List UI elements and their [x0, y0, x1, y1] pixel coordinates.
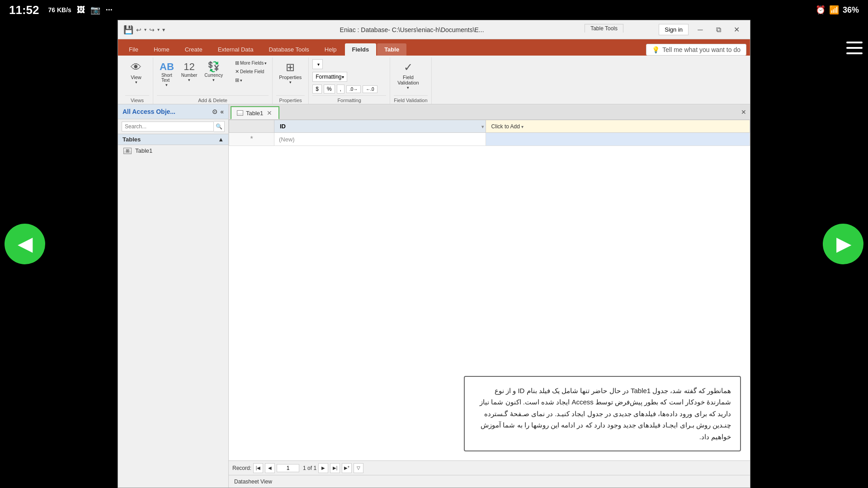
view-button[interactable]: 👁 View ▾ — [125, 59, 147, 86]
tab-help[interactable]: Help — [317, 43, 344, 56]
table-tools-container: Table Tools — [585, 24, 623, 32]
info-popup-text: همانطور که گفته شد، جدول Table1 در حال ح… — [474, 385, 731, 443]
comma-button[interactable]: , — [337, 84, 344, 94]
minimize-button[interactable]: ─ — [692, 23, 708, 36]
number-dropdown: ▾ — [188, 78, 190, 82]
more-fields-button[interactable]: ⊞ More Fields ▾ — [233, 59, 269, 67]
nav-pane-controls: ⊙ « — [212, 108, 224, 115]
phone-status-bar: 11:52 76 KB/s 🖼 📷 ··· ⏰ 📶 36% — [0, 0, 868, 20]
currency-dropdown: ▾ — [212, 78, 215, 82]
column-settings-button[interactable]: ⊞ ▾ — [233, 76, 269, 84]
id-col-arrow: ▾ — [481, 124, 484, 129]
add-delete-group-label: Add & Delete — [157, 95, 269, 104]
formatting-arrow: ▾ — [342, 75, 344, 80]
field-val-group-label: Field Validation — [394, 95, 427, 104]
currency-button[interactable]: 💱 Currency ▾ — [202, 59, 226, 84]
record-label: Record: — [232, 465, 251, 471]
dollar-button[interactable]: $ — [312, 84, 322, 94]
short-text-dropdown: ▾ — [165, 83, 168, 87]
title-bar: 💾 ↩ ▾ ↪ ▾ ▾ Eniac : Database- C:\Users\e… — [118, 20, 750, 39]
field-validation-button[interactable]: ✓ FieldValidation ▾ — [394, 59, 423, 92]
redo-dropdown-icon[interactable]: ▾ — [157, 27, 160, 32]
currency-label: Currency — [204, 73, 223, 78]
record-current-input[interactable] — [277, 464, 299, 472]
dec-decrease-button[interactable]: ←.0 — [363, 85, 377, 93]
format-buttons: $ % , .0→ ←.0 — [312, 84, 377, 94]
restore-button[interactable]: ⧉ — [710, 23, 726, 36]
record-prev-button[interactable]: ◀ — [265, 463, 275, 473]
more-icon: ··· — [106, 5, 113, 15]
record-next-button[interactable]: ▶ — [318, 463, 328, 473]
gallery-icon: 🖼 — [77, 5, 85, 15]
tables-section-header[interactable]: Tables ▲ — [118, 134, 228, 145]
percent-button[interactable]: % — [324, 84, 335, 94]
doc-area-close[interactable]: ✕ — [737, 106, 750, 118]
main-content: All Access Obje... ⊙ « 🔍 Tables ▲ ⊞ Tabl… — [118, 104, 750, 488]
tab-external-data[interactable]: External Data — [211, 43, 261, 56]
close-button[interactable]: ✕ — [728, 23, 745, 36]
properties-button[interactable]: ⊞ Properties ▾ — [276, 59, 304, 86]
dec-increase-button[interactable]: .0→ — [346, 85, 361, 93]
new-row-id-cell[interactable]: (New) — [274, 133, 486, 146]
redo-icon[interactable]: ↪ — [149, 26, 155, 33]
tell-me-input[interactable]: 💡 Tell me what you want to do — [646, 44, 746, 56]
ribbon-group-views: 👁 View ▾ Views — [122, 57, 153, 104]
sign-in-button[interactable]: Sign in — [659, 24, 689, 35]
record-filter-button[interactable]: ▽ — [354, 463, 363, 473]
formatting-dropdown[interactable]: Formatting ▾ — [312, 72, 347, 82]
new-row-add-cell[interactable] — [486, 133, 750, 146]
nav-pane-header[interactable]: All Access Obje... ⊙ « — [118, 104, 228, 119]
ribbon-group-properties: ⊞ Properties ▾ Properties — [273, 57, 309, 104]
view-dropdown-icon: ▾ — [135, 80, 137, 84]
hamburger-menu[interactable] — [841, 36, 868, 60]
click-to-add-header[interactable]: Click to Add ▾ — [486, 120, 750, 133]
speed-icon: 76 KB/s — [48, 6, 71, 14]
back-arrow-button[interactable]: ◀ — [5, 224, 45, 264]
alarm-icon: ⏰ — [816, 5, 826, 15]
search-button[interactable]: 🔍 — [214, 121, 225, 132]
ribbon-tabs: File Home Create External Data Database … — [118, 39, 750, 56]
tab-fields[interactable]: Fields — [345, 43, 377, 56]
record-first-button[interactable]: |◀ — [253, 463, 263, 473]
tab-table[interactable]: Table — [377, 43, 406, 56]
table1-tab-close[interactable]: ✕ — [266, 109, 273, 117]
tab-database-tools[interactable]: Database Tools — [261, 43, 316, 56]
views-group-label: Views — [125, 95, 149, 104]
currency-icon: 💱 — [208, 61, 220, 73]
table1-nav-icon: ⊞ — [123, 148, 132, 154]
id-column-header[interactable]: ID ▾ — [274, 120, 486, 133]
table-area: Table1 ✕ ✕ ID ▾ — [229, 104, 750, 488]
properties-group-label: Properties — [276, 95, 305, 104]
data-type-dropdown[interactable]: ▾ — [312, 59, 322, 69]
field-validation-label: FieldValidation — [397, 75, 419, 85]
formatting-label: Formatting — [316, 74, 341, 80]
tab-home[interactable]: Home — [146, 43, 177, 56]
tab-create[interactable]: Create — [178, 43, 210, 56]
view-label: View — [131, 75, 142, 80]
hamburger-line-2 — [846, 47, 863, 49]
quick-access-toolbar: 💾 ↩ ▾ ↪ ▾ ▾ — [123, 25, 165, 35]
table1-nav-item[interactable]: ⊞ Table1 — [118, 145, 228, 156]
number-button[interactable]: 12 Number ▾ — [179, 59, 200, 84]
delete-field-button[interactable]: ✕ Delete Field — [233, 68, 269, 75]
tell-me-label: Tell me what you want to do — [662, 46, 741, 53]
nav-expand-icon[interactable]: ⊙ — [212, 108, 217, 115]
more-fields-icon: ⊞ — [235, 60, 239, 66]
ab-text-button[interactable]: AB ShortText ▾ — [157, 59, 177, 89]
forward-arrow-button[interactable]: ▶ — [823, 224, 863, 264]
undo-icon[interactable]: ↩ — [136, 26, 142, 33]
views-group-content: 👁 View ▾ — [125, 57, 149, 94]
status-icons: 76 KB/s 🖼 📷 ··· — [48, 5, 113, 15]
record-new-button[interactable]: ▶* — [342, 463, 352, 473]
record-of-label: 1 of 1 — [303, 465, 316, 471]
nav-search-input[interactable] — [122, 122, 214, 131]
table1-doc-tab[interactable]: Table1 ✕ — [231, 106, 279, 119]
undo-dropdown-icon[interactable]: ▾ — [144, 27, 146, 32]
battery-label: 36% — [843, 5, 859, 15]
forward-arrow-icon: ▶ — [836, 234, 850, 254]
click-to-add-label: Click to Add — [491, 123, 520, 130]
record-last-button[interactable]: ▶| — [330, 463, 340, 473]
nav-collapse-icon[interactable]: « — [220, 108, 224, 115]
tab-file[interactable]: File — [122, 43, 146, 56]
save-icon[interactable]: 💾 — [123, 25, 133, 35]
